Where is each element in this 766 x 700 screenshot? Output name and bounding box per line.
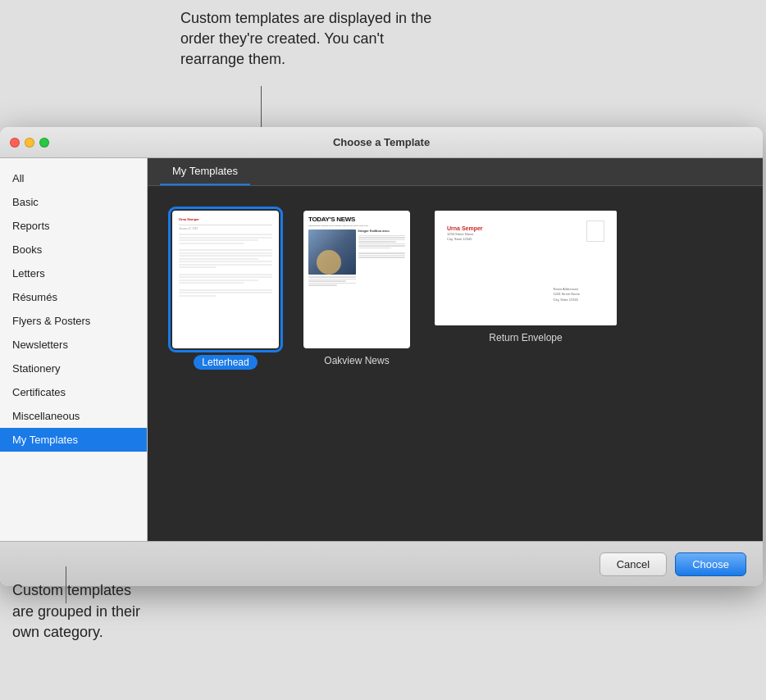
sidebar-item-certificates[interactable]: Certificates — [0, 380, 147, 404]
window-title: Choose a Template — [333, 136, 430, 148]
template-item-oakview-news[interactable]: TODAY'S NEWS Pellentesque habitant morbi… — [303, 211, 410, 370]
tab-my-templates-tab[interactable]: My Templates — [160, 158, 250, 185]
sidebar-item-resumes[interactable]: Résumés — [0, 285, 147, 309]
sidebar-item-books[interactable]: Books — [0, 238, 147, 261]
close-button[interactable] — [10, 138, 20, 148]
tab-bar: My Templates — [148, 158, 763, 186]
template-chooser-window: Choose a Template AllBasicReportsBooksLe… — [0, 127, 763, 586]
main-panel: My Templates Urna Semper January 12, 202… — [148, 158, 763, 541]
thumbnail-envelope: Urna Semper 1234 Street Name City, State… — [435, 211, 617, 325]
callout-bottom-text: Custom templates are grouped in their ow… — [12, 582, 140, 639]
callout-top-text: Custom templates are displayed in the or… — [180, 10, 431, 67]
template-label-letterhead: Letterhead — [194, 355, 257, 370]
thumbnail-letterhead: Urna Semper January 12, 2023 — [172, 211, 279, 348]
sidebar: AllBasicReportsBooksLettersRésumésFlyers… — [0, 158, 148, 541]
template-label-return-envelope: Return Envelope — [489, 332, 562, 343]
template-label-oakview-news: Oakview News — [324, 355, 389, 366]
template-item-return-envelope[interactable]: Urna Semper 1234 Street Name City, State… — [435, 211, 617, 370]
sidebar-item-letters[interactable]: Letters — [0, 261, 147, 285]
maximize-button[interactable] — [39, 138, 49, 148]
sidebar-item-basic[interactable]: Basic — [0, 190, 147, 214]
title-bar: Choose a Template — [0, 127, 763, 158]
sidebar-item-my-templates[interactable]: My Templates — [0, 428, 147, 452]
template-grid: Urna Semper January 12, 2023 — [148, 186, 763, 541]
callout-bottom: Custom templates are grouped in their ow… — [0, 572, 164, 651]
sidebar-item-all[interactable]: All — [0, 166, 147, 190]
choose-button[interactable]: Choose — [675, 552, 746, 576]
template-item-letterhead[interactable]: Urna Semper January 12, 2023 — [172, 211, 279, 370]
sidebar-item-flyers[interactable]: Flyers & Posters — [0, 309, 147, 333]
cancel-button[interactable]: Cancel — [600, 552, 667, 576]
minimize-button[interactable] — [25, 138, 34, 148]
sidebar-item-miscellaneous[interactable]: Miscellaneous — [0, 404, 147, 428]
content-area: AllBasicReportsBooksLettersRésumésFlyers… — [0, 158, 763, 541]
traffic-lights — [10, 138, 49, 148]
sidebar-item-newsletters[interactable]: Newsletters — [0, 333, 147, 357]
callout-top: Custom templates are displayed in the or… — [180, 0, 443, 79]
thumbnail-news: TODAY'S NEWS Pellentesque habitant morbi… — [303, 211, 410, 348]
envelope-stamp-area — [586, 220, 604, 242]
sidebar-item-reports[interactable]: Reports — [0, 214, 147, 238]
sidebar-item-stationery[interactable]: Stationery — [0, 357, 147, 380]
